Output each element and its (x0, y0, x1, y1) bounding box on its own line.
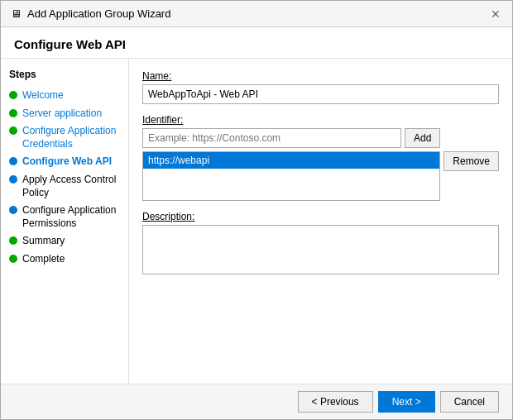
step-dot-apply-access-control (9, 175, 17, 184)
identifier-label-text: Identifier: (142, 114, 183, 126)
steps-label: Steps (9, 69, 120, 80)
step-label-apply-access-control: Apply Access Control Policy (22, 174, 120, 199)
identifier-label: Identifier: (142, 114, 499, 126)
step-item-complete: Complete (9, 251, 120, 269)
name-input[interactable] (142, 84, 499, 104)
description-label-text: Description: (142, 211, 194, 222)
identifier-list: https://webapi (142, 151, 440, 201)
next-button[interactable]: Next > (378, 391, 435, 413)
step-item-welcome: Welcome (9, 87, 120, 105)
title-bar-left: 🖥 Add Application Group Wizard (9, 7, 170, 21)
identifier-list-wrapper: Add https://webapi (142, 128, 440, 201)
step-label-complete: Complete (22, 253, 65, 266)
title-bar: 🖥 Add Application Group Wizard ✕ (1, 1, 512, 27)
identifier-input-row: Add (142, 128, 440, 148)
step-item-configure-app-permissions: Configure Application Permissions (9, 202, 120, 232)
step-dot-server-application (9, 109, 17, 117)
dialog-body: Steps Welcome Server application Configu… (1, 59, 512, 384)
previous-button[interactable]: < Previous (298, 391, 373, 413)
name-label: Name: (142, 70, 499, 82)
dialog-footer: < Previous Next > Cancel (1, 384, 512, 419)
description-input[interactable] (142, 225, 499, 274)
step-dot-configure-app-credentials (9, 126, 17, 135)
main-panel: Name: Identifier: Add https:// (129, 59, 512, 384)
identifier-section: Identifier: Add https://webapi Remove (142, 114, 499, 201)
step-dot-summary (9, 236, 17, 245)
step-item-apply-access-control: Apply Access Control Policy (9, 171, 120, 202)
step-dot-configure-web-api (9, 157, 17, 165)
dialog-header: Configure Web API (1, 27, 512, 59)
name-label-text: Name: (142, 70, 171, 82)
identifier-list-item[interactable]: https://webapi (143, 152, 439, 169)
step-label-configure-app-permissions: Configure Application Permissions (22, 204, 120, 230)
step-label-configure-app-credentials: Configure Application Credentials (22, 125, 120, 150)
step-label-configure-web-api: Configure Web API (22, 155, 112, 169)
identifier-with-remove: Add https://webapi Remove (142, 128, 499, 201)
dialog-title: Add Application Group Wizard (27, 7, 170, 20)
name-field-group: Name: (142, 70, 499, 104)
dialog-window: 🖥 Add Application Group Wizard ✕ Configu… (0, 0, 513, 420)
description-label: Description: (142, 211, 499, 222)
step-label-server-application: Server application (22, 107, 102, 121)
remove-button[interactable]: Remove (443, 151, 499, 171)
steps-panel: Steps Welcome Server application Configu… (1, 59, 129, 384)
description-field-group: Description: (142, 211, 499, 277)
step-item-configure-web-api: Configure Web API (9, 153, 120, 171)
step-dot-configure-app-permissions (9, 206, 17, 214)
close-button[interactable]: ✕ (487, 8, 504, 20)
identifier-input[interactable] (142, 128, 401, 148)
step-label-summary: Summary (22, 235, 65, 248)
step-label-welcome: Welcome (22, 89, 64, 103)
dialog-icon: 🖥 (9, 7, 22, 21)
step-item-configure-app-credentials: Configure Application Credentials (9, 122, 120, 153)
step-dot-complete (9, 255, 17, 263)
step-item-server-application: Server application (9, 105, 120, 123)
page-title: Configure Web API (14, 37, 499, 51)
add-button[interactable]: Add (405, 128, 440, 148)
cancel-button[interactable]: Cancel (440, 391, 499, 413)
step-item-summary: Summary (9, 232, 120, 251)
step-dot-welcome (9, 91, 17, 99)
